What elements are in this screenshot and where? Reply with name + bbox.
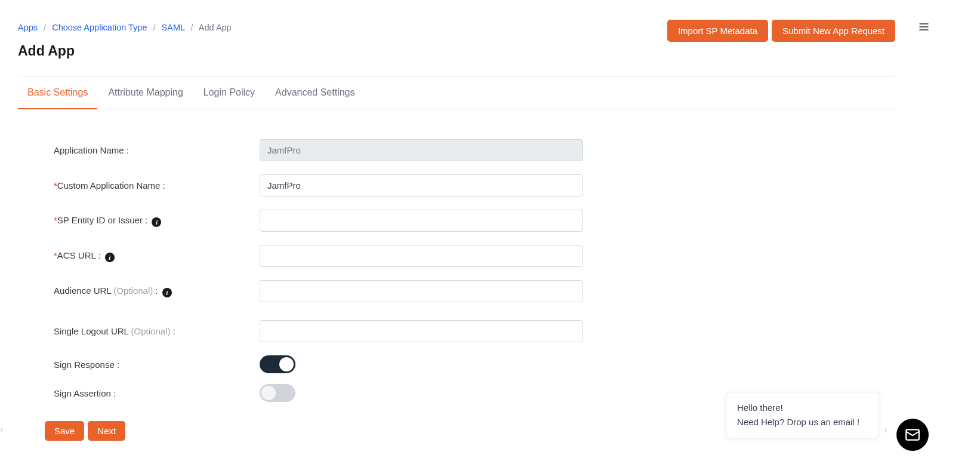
breadcrumb-apps[interactable]: Apps	[18, 23, 38, 32]
single-logout-url-label: Single Logout URL (Optional) :	[54, 326, 260, 336]
sign-assertion-label: Sign Assertion :	[54, 388, 260, 398]
custom-application-name-input[interactable]	[260, 174, 583, 196]
custom-application-name-label: *Custom Application Name :	[54, 180, 260, 191]
info-icon[interactable]: i	[152, 217, 161, 227]
import-sp-metadata-button[interactable]: Import SP Metadata	[667, 20, 768, 42]
page-title: Add App	[18, 43, 232, 59]
carousel-arrow-left-icon[interactable]: ‹	[0, 423, 4, 436]
breadcrumb-current: Add App	[199, 23, 232, 32]
info-icon[interactable]: i	[162, 288, 172, 297]
audience-url-label: Audience URL (Optional) : i	[54, 285, 260, 297]
sp-entity-id-label: *SP Entity ID or Issuer : i	[54, 215, 260, 227]
chat-line2: Need Help? Drop us an email !	[737, 415, 868, 429]
sp-entity-id-input[interactable]	[260, 210, 583, 232]
breadcrumb-choose-type[interactable]: Choose Application Type	[52, 23, 147, 32]
mail-icon	[905, 427, 920, 443]
acs-url-input[interactable]	[260, 245, 583, 267]
tabs: Basic Settings Attribute Mapping Login P…	[18, 76, 895, 109]
carousel-arrow-right-icon[interactable]: ›	[884, 423, 887, 436]
tab-advanced-settings[interactable]: Advanced Settings	[275, 76, 355, 109]
tab-login-policy[interactable]: Login Policy	[204, 76, 255, 109]
submit-new-app-request-button[interactable]: Submit New App Request	[772, 20, 895, 42]
info-icon[interactable]: i	[105, 253, 115, 262]
audience-url-input[interactable]	[260, 280, 583, 302]
save-button[interactable]: Save	[45, 421, 84, 441]
application-name-label: Application Name :	[54, 145, 260, 155]
application-name-input	[260, 139, 583, 161]
acs-url-label: *ACS URL : i	[54, 250, 260, 262]
chat-popup: Hello there! Need Help? Drop us an email…	[726, 392, 879, 438]
chat-bubble-button[interactable]	[896, 419, 929, 451]
next-button[interactable]: Next	[88, 421, 125, 441]
sign-assertion-toggle[interactable]	[260, 384, 295, 402]
tab-basic-settings[interactable]: Basic Settings	[27, 76, 88, 109]
single-logout-url-input[interactable]	[260, 320, 583, 342]
breadcrumb-saml[interactable]: SAML	[162, 23, 185, 32]
breadcrumb: Apps / Choose Application Type / SAML / …	[18, 23, 232, 32]
sign-response-toggle[interactable]	[260, 355, 295, 373]
sign-response-label: Sign Response :	[54, 360, 260, 370]
tab-attribute-mapping[interactable]: Attribute Mapping	[108, 76, 183, 109]
chat-line1: Hello there!	[737, 401, 868, 415]
hamburger-menu-icon[interactable]	[918, 21, 930, 35]
